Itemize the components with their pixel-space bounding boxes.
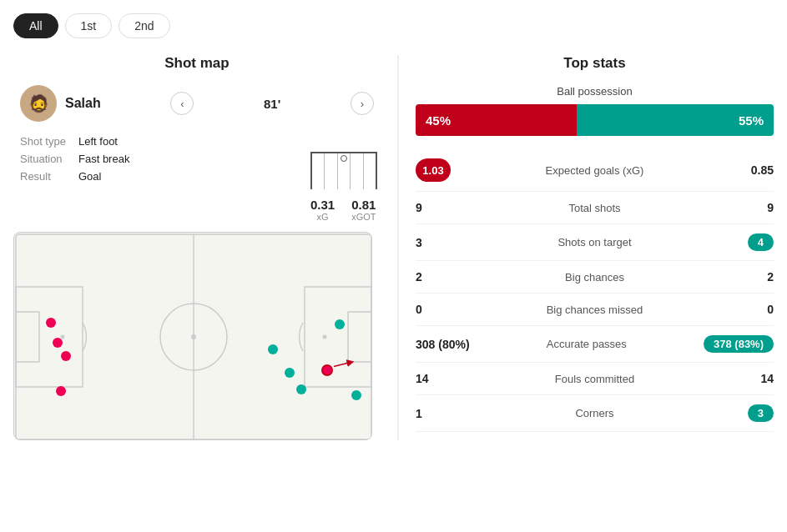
player-name: Salah — [65, 96, 101, 111]
possession-right: 55% — [577, 104, 774, 136]
tab-2nd[interactable]: 2nd — [119, 13, 169, 38]
xgot-label: xGOT — [351, 212, 376, 222]
tab-all[interactable]: All — [13, 13, 58, 38]
period-tabs: All 1st 2nd — [13, 13, 774, 38]
stat-center-fouls: Fouls committed — [466, 373, 724, 385]
stat-right-sot: 4 — [724, 233, 774, 251]
stat-center-passes: Accurate passes — [470, 338, 704, 350]
topstats-title: Top stats — [416, 55, 774, 72]
shot-dot-teal-4 — [335, 319, 345, 329]
stat-row-xg: 1.03 Expected goals (xG) 0.85 — [416, 149, 774, 192]
svg-line-10 — [334, 363, 351, 367]
stat-row-corners: 1 Corners 3 — [416, 395, 774, 432]
shot-details: Shot type Left foot Situation Fast break… — [17, 135, 300, 188]
stat-right-fouls: 14 — [724, 372, 774, 385]
xgot-item: 0.81 xGOT — [351, 198, 376, 222]
svg-rect-5 — [16, 312, 39, 362]
stat-right-xg: 0.85 — [724, 163, 774, 177]
possession-label: Ball possession — [416, 85, 774, 98]
situation-row: Situation Fast break — [20, 153, 297, 165]
main-layout: Shot map 🧔 Salah ‹ 81' › Shot type Left … — [13, 55, 774, 440]
xg-badge: 1.03 — [416, 158, 451, 182]
next-player-button[interactable]: › — [351, 92, 374, 115]
prev-player-button[interactable]: ‹ — [170, 92, 194, 115]
shotmap-title: Shot map — [13, 55, 381, 72]
avatar: 🧔 — [20, 85, 57, 122]
situation-label: Situation — [20, 153, 78, 165]
stat-center-sot: Shots on target — [466, 236, 724, 248]
topstats-panel: Top stats Ball possession 45% 55% 1.03 — [398, 55, 774, 440]
possession-right-value: 55% — [739, 113, 764, 128]
goal-frame — [310, 152, 377, 189]
result-value: Goal — [78, 170, 101, 183]
passes-badge: 378 (83%) — [704, 335, 774, 353]
shotmap-panel: Shot map 🧔 Salah ‹ 81' › Shot type Left … — [13, 55, 397, 440]
shot-dot-teal-5 — [351, 390, 361, 400]
shot-dot-red-1 — [46, 318, 56, 328]
possession-left-value: 45% — [426, 113, 451, 128]
stat-left-fouls: 14 — [416, 372, 466, 385]
player-selector: 🧔 Salah ‹ 81' › — [13, 85, 381, 122]
svg-point-9 — [323, 335, 327, 339]
shot-type-value: Left foot — [78, 135, 118, 148]
stat-left-bcm: 0 — [416, 303, 466, 316]
stat-right-bcm: 0 — [724, 303, 774, 316]
xgot-value: 0.81 — [351, 198, 376, 212]
goal-visual: 0.31 xG 0.81 xGOT — [310, 135, 377, 222]
stat-rows: 1.03 Expected goals (xG) 0.85 9 Total sh… — [416, 149, 774, 432]
stat-row-fouls: 14 Fouls committed 14 — [416, 363, 774, 395]
shot-dot-goal — [321, 364, 333, 376]
tab-1st[interactable]: 1st — [65, 13, 113, 38]
situation-value: Fast break — [78, 153, 129, 165]
stat-left-passes: 308 (80%) — [416, 338, 470, 351]
stat-row-bigchances: 2 Big chances 2 — [416, 261, 774, 294]
stat-row-bigchancesmissed: 0 Big chances missed 0 — [416, 294, 774, 326]
stat-right-corners: 3 — [724, 404, 774, 422]
stat-left-bigchances: 2 — [416, 270, 466, 284]
xg-label: xG — [310, 212, 335, 222]
stat-left-sot: 3 — [416, 236, 466, 249]
shot-minute: 81' — [264, 97, 280, 111]
xg-value: 0.31 — [310, 198, 335, 212]
stat-center-corners: Corners — [466, 407, 724, 419]
xg-item: 0.31 xG — [310, 198, 335, 222]
svg-point-6 — [61, 335, 65, 339]
shot-dot-teal-1 — [268, 344, 278, 354]
stat-right-totalshots: 9 — [724, 201, 774, 214]
possession-bar: 45% 55% — [416, 104, 774, 136]
shot-dot-teal-2 — [285, 368, 295, 378]
svg-point-3 — [191, 334, 196, 339]
stat-left-corners: 1 — [416, 407, 466, 420]
stat-left-totalshots: 9 — [416, 201, 466, 214]
field-svg — [14, 233, 372, 440]
stat-center-bcm: Big chances missed — [466, 304, 724, 316]
result-label: Result — [20, 170, 78, 183]
shot-type-label: Shot type — [20, 135, 78, 148]
stat-left-xg: 1.03 — [416, 158, 466, 182]
stat-row-sot: 3 Shots on target 4 — [416, 224, 774, 261]
sot-badge: 4 — [748, 233, 774, 251]
player-info: 🧔 Salah — [20, 85, 101, 122]
shot-dot-red-4 — [56, 386, 66, 396]
shot-dot-teal-3 — [296, 384, 306, 394]
shot-dot-red-3 — [61, 351, 71, 361]
stat-right-passes: 378 (83%) — [704, 335, 774, 353]
corners-badge: 3 — [748, 404, 774, 422]
shot-type-row: Shot type Left foot — [20, 135, 297, 148]
stat-row-totalshots: 9 Total shots 9 — [416, 192, 774, 224]
stat-right-bigchances: 2 — [724, 270, 774, 284]
result-row: Result Goal — [20, 170, 297, 183]
stat-center-xg: Expected goals (xG) — [466, 164, 724, 177]
field-map — [13, 232, 372, 440]
stat-center-totalshots: Total shots — [466, 202, 724, 214]
stat-center-bigchances: Big chances — [466, 271, 724, 284]
shot-dot-red-2 — [53, 338, 63, 348]
svg-rect-4 — [16, 287, 83, 387]
main-container: All 1st 2nd Shot map 🧔 Salah ‹ 81' › — [0, 0, 787, 532]
xg-info: 0.31 xG 0.81 xGOT — [310, 198, 377, 222]
possession-left: 45% — [416, 104, 577, 136]
goal-shot-marker — [313, 354, 355, 382]
stat-row-passes: 308 (80%) Accurate passes 378 (83%) — [416, 326, 774, 363]
